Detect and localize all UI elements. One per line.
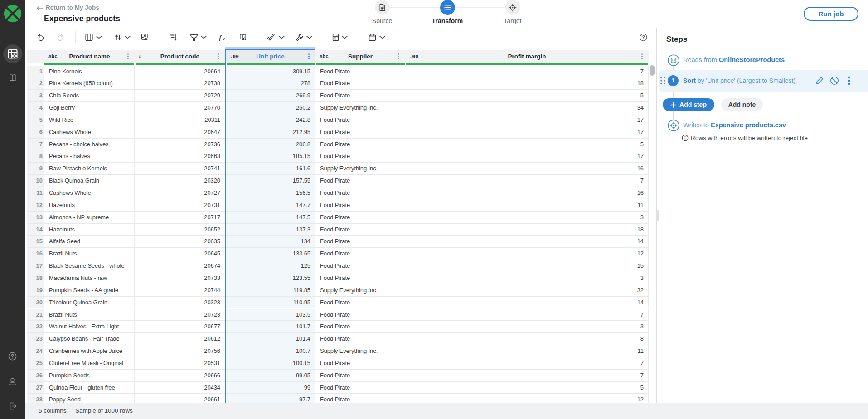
- svg-text:?: ?: [642, 34, 645, 40]
- svg-text:f: f: [219, 34, 222, 40]
- svg-text:x: x: [222, 35, 225, 41]
